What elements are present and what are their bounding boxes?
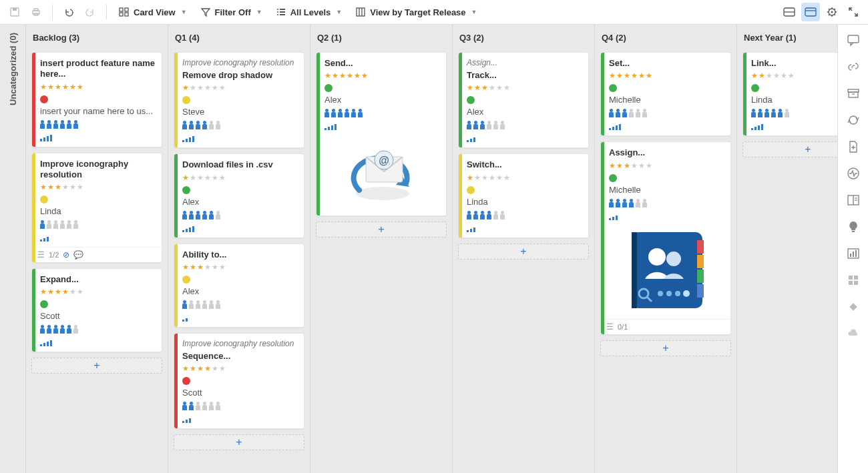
card-view-button[interactable]: Card View ▼ [114, 4, 192, 20]
card-people [324, 109, 441, 118]
svg-rect-56 [632, 232, 637, 308]
card-progress-icon [182, 134, 298, 142]
card-people [609, 109, 725, 118]
svg-line-31 [835, 9, 836, 10]
card-rating: ★★★★★★ [182, 83, 298, 92]
card-progress-icon [182, 415, 298, 423]
card-people [609, 199, 725, 208]
cloud-icon[interactable] [846, 326, 861, 341]
card-footer: ☰ 1/2⊘💬 [32, 247, 162, 262]
uncategorized-strip[interactable]: Uncategorized (0) [0, 25, 26, 473]
column-q1: Q1 (4) Improve iconography resolutionRem… [168, 25, 310, 473]
chevron-down-icon: ▼ [471, 9, 477, 15]
svg-rect-41 [852, 231, 855, 232]
comments-icon[interactable] [846, 33, 861, 47]
card[interactable]: Expand...★★★★★★Scott [31, 268, 162, 352]
add-card-button[interactable]: + [174, 434, 304, 450]
levels-button[interactable]: All Levels ▼ [270, 4, 348, 20]
card-progress-icon [40, 233, 156, 242]
card-assignee: Michelle [609, 185, 725, 195]
card-title: Improve iconography resolution [40, 159, 156, 181]
column-q2: Q2 (1) Send...★★★★★★Alex @ + [310, 25, 453, 473]
compact-view-icon[interactable] [780, 3, 799, 21]
status-dot [609, 84, 617, 92]
redo-icon[interactable] [81, 3, 99, 21]
activity-icon[interactable] [846, 166, 861, 181]
card-rating: ★★★★★★ [40, 83, 156, 91]
priority-stripe [459, 154, 462, 237]
save-icon[interactable] [5, 3, 24, 21]
card-assignee: Steve [182, 107, 298, 117]
card[interactable]: insert product feature name here...★★★★★… [31, 52, 162, 147]
svg-rect-44 [853, 252, 854, 257]
card[interactable]: Ability to...★★★★★★Alex [174, 244, 304, 328]
card-rating: ★★★★★★ [182, 364, 298, 373]
card-title: Send... [324, 58, 441, 69]
svg-rect-43 [850, 254, 851, 257]
collapse-icon[interactable] [844, 3, 863, 21]
levels-label: All Levels [290, 7, 331, 17]
card-title: Switch... [467, 159, 583, 170]
card-progress-icon [751, 122, 837, 130]
undo-icon[interactable] [59, 3, 78, 21]
card[interactable]: Assign...★★★★★★Michelle ☰ 0/1 [600, 141, 731, 334]
svg-point-13 [277, 14, 278, 15]
card-progress-icon [182, 314, 298, 322]
card-assignee: Scott [182, 388, 298, 398]
column-header: Backlog (3) [31, 30, 162, 47]
card-rating: ★★★★★★ [467, 173, 583, 182]
card[interactable]: Switch...★★★★★★Linda [458, 153, 589, 238]
card-people [40, 220, 156, 229]
chart-icon[interactable] [846, 246, 861, 261]
card-title: Assign... [609, 147, 725, 158]
card[interactable]: Improve iconography resolution★★★★★★Lind… [31, 153, 162, 264]
add-card-button[interactable]: + [600, 340, 731, 356]
svg-rect-50 [849, 303, 857, 310]
add-card-button[interactable]: + [458, 244, 589, 260]
card[interactable]: Improve iconography resolutionRemove dro… [174, 52, 304, 148]
status-dot [467, 186, 475, 194]
card[interactable]: Assign...Track...★★★★★★Alex [458, 52, 589, 148]
card[interactable]: Download files in .csv★★★★★★Alex [174, 153, 304, 238]
status-dot [40, 300, 48, 308]
priority-stripe [174, 334, 178, 428]
card-title: insert product feature name here... [40, 58, 156, 80]
add-card-button[interactable]: + [316, 221, 447, 238]
card-title: Ability to... [182, 250, 298, 260]
card-people [467, 211, 583, 220]
grid-icon[interactable] [846, 273, 861, 288]
filter-button[interactable]: Filter Off ▼ [195, 4, 268, 20]
sidebar-icon[interactable] [846, 193, 861, 207]
diamond-icon[interactable] [846, 300, 861, 314]
link-icon[interactable] [846, 59, 861, 74]
column-header: Q2 (1) [316, 30, 447, 47]
normal-view-icon[interactable] [801, 3, 820, 21]
svg-rect-14 [280, 14, 285, 15]
card-assignee: Scott [40, 311, 156, 321]
sync-icon[interactable] [846, 113, 861, 127]
svg-rect-20 [805, 8, 816, 16]
lightbulb-icon[interactable] [846, 219, 861, 234]
card-assignee: Alex [182, 197, 298, 207]
card-people [182, 121, 298, 130]
card[interactable]: Set...★★★★★★Michelle [600, 52, 731, 136]
document-icon[interactable] [846, 139, 861, 154]
archive-icon[interactable] [846, 86, 861, 101]
print-icon[interactable] [27, 3, 45, 21]
status-dot [609, 174, 617, 182]
add-card-button[interactable]: + [742, 141, 837, 157]
card[interactable]: Link...★★★★★★Linda [742, 52, 837, 136]
svg-rect-6 [120, 13, 123, 16]
column-q3: Q3 (2) Assign...Track...★★★★★★Alex Switc… [453, 25, 595, 473]
svg-rect-5 [120, 8, 123, 11]
card[interactable]: Improve iconography resolutionSequence..… [174, 333, 304, 429]
add-card-button[interactable]: + [31, 358, 162, 374]
checklist-icon: ☰ [37, 250, 45, 260]
card-rating: ★★★★★★ [609, 71, 725, 80]
status-dot [751, 84, 759, 92]
gear-icon[interactable] [823, 3, 841, 21]
svg-rect-60 [697, 284, 704, 298]
view-by-button[interactable]: View by Target Release ▼ [350, 4, 482, 20]
priority-stripe [601, 142, 604, 334]
card[interactable]: Send...★★★★★★Alex @ [316, 52, 447, 216]
